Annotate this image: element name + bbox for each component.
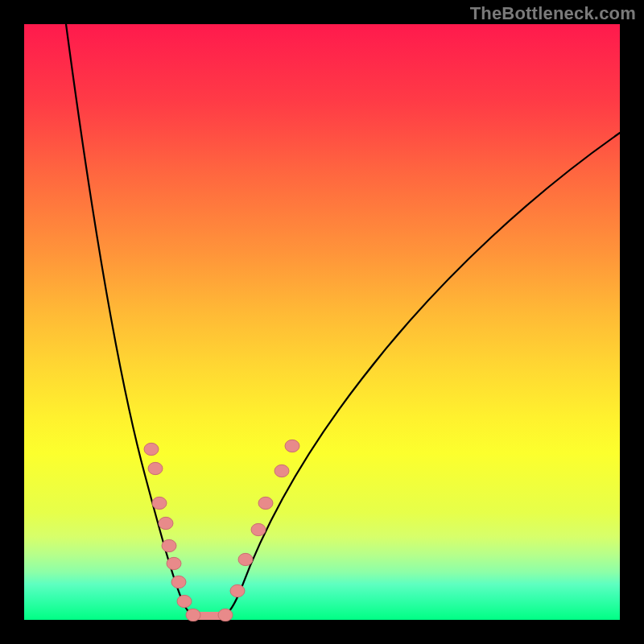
data-dot [171, 576, 186, 588]
data-dot [275, 464, 289, 477]
data-dot [152, 497, 167, 509]
data-dot [159, 517, 173, 529]
data-dot [144, 443, 159, 455]
data-dot [167, 557, 181, 569]
curve-right [224, 133, 620, 616]
dots-right-group [218, 440, 299, 621]
data-dot [186, 609, 200, 621]
chart-plot-area [24, 24, 620, 620]
data-dot [230, 584, 245, 597]
curve-left [66, 24, 196, 616]
data-dot [251, 523, 266, 535]
dots-left-group [144, 443, 200, 621]
data-dot [218, 609, 233, 621]
data-dot [177, 595, 192, 607]
data-dot [238, 553, 253, 565]
data-dot [148, 462, 163, 474]
data-dot [162, 539, 176, 551]
watermark-text: TheBottleneck.com [470, 3, 636, 24]
data-dot [285, 440, 299, 452]
data-dot [258, 497, 273, 509]
chart-svg [24, 24, 620, 620]
